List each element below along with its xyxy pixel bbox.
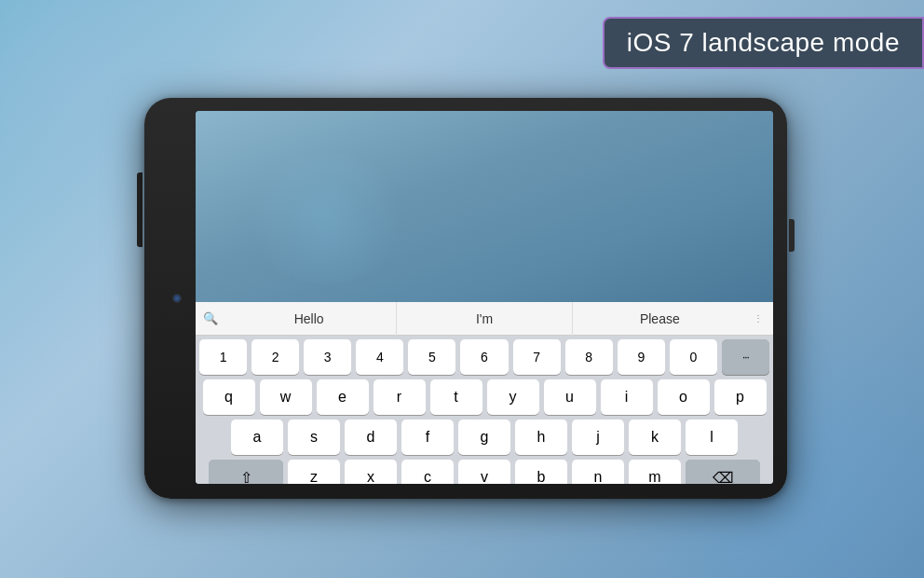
tablet-device: 🔍 Hello I'm Please ⋮ 1 2 3 4 — [144, 98, 796, 508]
key-p[interactable]: p — [714, 379, 767, 415]
title-text: iOS 7 landscape mode — [627, 28, 900, 57]
key-x[interactable]: x — [345, 460, 397, 484]
key-3[interactable]: 3 — [304, 339, 351, 375]
key-0[interactable]: 0 — [670, 339, 717, 375]
tablet-body: 🔍 Hello I'm Please ⋮ 1 2 3 4 — [144, 98, 787, 499]
key-m[interactable]: m — [629, 460, 681, 484]
keyboard-container: 🔍 Hello I'm Please ⋮ 1 2 3 4 — [196, 302, 773, 484]
key-b[interactable]: b — [515, 460, 567, 484]
number-row: 1 2 3 4 5 6 7 8 9 0 ··· — [199, 339, 769, 375]
prediction-word-1[interactable]: Hello — [222, 302, 397, 336]
key-j[interactable]: j — [572, 420, 624, 455]
key-n[interactable]: n — [572, 460, 624, 484]
qwerty-row-1: q w e r t y u i o p — [199, 379, 769, 415]
volume-button[interactable] — [137, 172, 143, 247]
camera — [172, 294, 182, 303]
keyboard: 1 2 3 4 5 6 7 8 9 0 ··· q — [196, 336, 773, 484]
prediction-bar: 🔍 Hello I'm Please ⋮ — [196, 302, 773, 336]
key-f[interactable]: f — [401, 420, 454, 455]
key-e[interactable]: e — [317, 379, 369, 415]
key-g[interactable]: g — [458, 420, 510, 455]
key-1[interactable]: 1 — [199, 339, 247, 375]
key-l[interactable]: l — [686, 420, 738, 455]
prediction-word-3[interactable]: Please — [573, 302, 747, 336]
right-button — [789, 219, 795, 252]
tablet-screen: 🔍 Hello I'm Please ⋮ 1 2 3 4 — [196, 111, 773, 484]
search-icon: 🔍 — [199, 311, 222, 325]
key-backspace[interactable]: ⌫ — [686, 460, 760, 484]
key-a[interactable]: a — [231, 420, 283, 455]
key-w[interactable]: w — [260, 379, 312, 415]
key-k[interactable]: k — [629, 420, 681, 455]
key-u[interactable]: u — [544, 379, 596, 415]
key-8[interactable]: 8 — [565, 339, 613, 375]
screen-display — [196, 111, 773, 302]
prediction-menu-icon[interactable]: ⋮ — [747, 313, 769, 323]
key-ellipsis[interactable]: ··· — [722, 339, 769, 375]
key-o[interactable]: o — [658, 379, 710, 415]
key-y[interactable]: y — [487, 379, 539, 415]
key-6[interactable]: 6 — [460, 339, 508, 375]
title-badge: iOS 7 landscape mode — [603, 17, 924, 69]
key-v[interactable]: v — [458, 460, 510, 484]
key-5[interactable]: 5 — [408, 339, 455, 375]
key-4[interactable]: 4 — [356, 339, 403, 375]
key-z[interactable]: z — [288, 460, 340, 484]
key-shift[interactable]: ⇧ — [209, 460, 283, 484]
key-i[interactable]: i — [601, 379, 653, 415]
key-c[interactable]: c — [401, 460, 454, 484]
prediction-word-2[interactable]: I'm — [397, 302, 572, 336]
key-t[interactable]: t — [430, 379, 482, 415]
key-d[interactable]: d — [345, 420, 397, 455]
key-r[interactable]: r — [374, 379, 426, 415]
key-2[interactable]: 2 — [251, 339, 299, 375]
key-9[interactable]: 9 — [618, 339, 665, 375]
key-q[interactable]: q — [203, 379, 255, 415]
key-s[interactable]: s — [288, 420, 340, 455]
qwerty-row-3: ⇧ z x c v b n m ⌫ — [199, 460, 769, 484]
prediction-words: Hello I'm Please — [222, 302, 747, 336]
key-h[interactable]: h — [515, 420, 567, 455]
qwerty-row-2: a s d f g h j k l — [199, 420, 769, 455]
key-7[interactable]: 7 — [513, 339, 561, 375]
